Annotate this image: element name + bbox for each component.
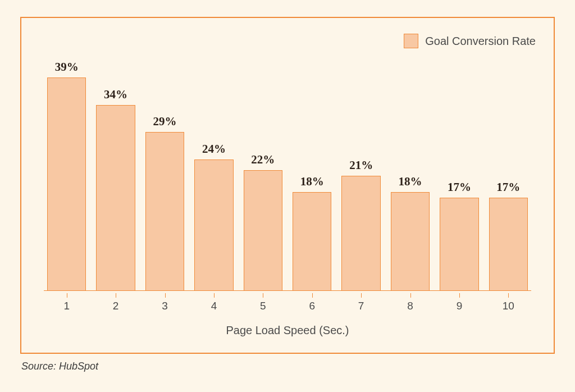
- bar: 18%: [391, 45, 430, 290]
- x-tick: 9: [440, 298, 478, 312]
- bar-value-label: 34%: [104, 88, 127, 102]
- x-tick-label: 9: [457, 298, 463, 312]
- x-tick: 4: [194, 298, 233, 312]
- bar-value-label: 22%: [251, 153, 275, 167]
- bar: 17%: [440, 45, 478, 290]
- bar-rect: [145, 132, 184, 290]
- bar: 24%: [194, 45, 233, 290]
- x-tick-label: 5: [260, 298, 266, 312]
- x-tick: 5: [244, 298, 282, 312]
- source-attribution: Source: HubSpot: [21, 361, 98, 372]
- x-tick-label: 3: [162, 298, 168, 312]
- bar: 22%: [244, 45, 282, 290]
- bar-value-label: 39%: [55, 60, 79, 74]
- x-tick-label: 10: [503, 298, 514, 312]
- x-tick: 1: [47, 298, 86, 312]
- bar-value-label: 17%: [448, 180, 471, 194]
- bar-value-label: 24%: [202, 142, 226, 156]
- bar: 29%: [145, 45, 184, 290]
- plot-area: 39%34%29%24%22%18%21%18%17%17%: [44, 45, 531, 291]
- x-tick: 3: [145, 298, 184, 312]
- x-tick: 10: [489, 298, 528, 312]
- x-tick: 8: [391, 298, 430, 312]
- bar-value-label: 18%: [399, 175, 422, 189]
- bar-rect: [47, 78, 86, 290]
- bar-rect: [489, 198, 528, 290]
- x-tick-label: 7: [358, 298, 364, 312]
- bar-rect: [194, 159, 233, 290]
- x-axis-ticks: 12345678910: [44, 298, 531, 312]
- bar: 39%: [47, 45, 86, 290]
- x-tick: 6: [293, 298, 331, 312]
- bar-rect: [391, 192, 430, 290]
- bar: 17%: [489, 45, 528, 290]
- bar-value-label: 29%: [153, 115, 177, 129]
- bar-value-label: 17%: [496, 180, 520, 194]
- bar-rect: [440, 198, 478, 290]
- x-tick: 2: [96, 298, 135, 312]
- bar: 21%: [341, 45, 380, 290]
- x-tick-label: 1: [63, 298, 70, 312]
- bar-rect: [341, 176, 380, 290]
- x-tick-label: 2: [113, 298, 119, 312]
- x-tick: 7: [341, 298, 380, 312]
- bar: 18%: [293, 45, 331, 290]
- bar-rect: [293, 192, 331, 290]
- x-axis-label: Page Load Speed (Sec.): [21, 324, 554, 337]
- chart-frame: Goal Conversion Rate 39%34%29%24%22%18%2…: [20, 17, 555, 354]
- bar: 34%: [96, 45, 135, 290]
- x-tick-label: 8: [407, 298, 413, 312]
- bar-value-label: 18%: [300, 175, 324, 189]
- x-tick-label: 6: [309, 298, 315, 312]
- bar-rect: [244, 170, 282, 290]
- bar-value-label: 21%: [349, 158, 373, 172]
- x-tick-label: 4: [211, 298, 217, 312]
- bar-rect: [96, 105, 135, 290]
